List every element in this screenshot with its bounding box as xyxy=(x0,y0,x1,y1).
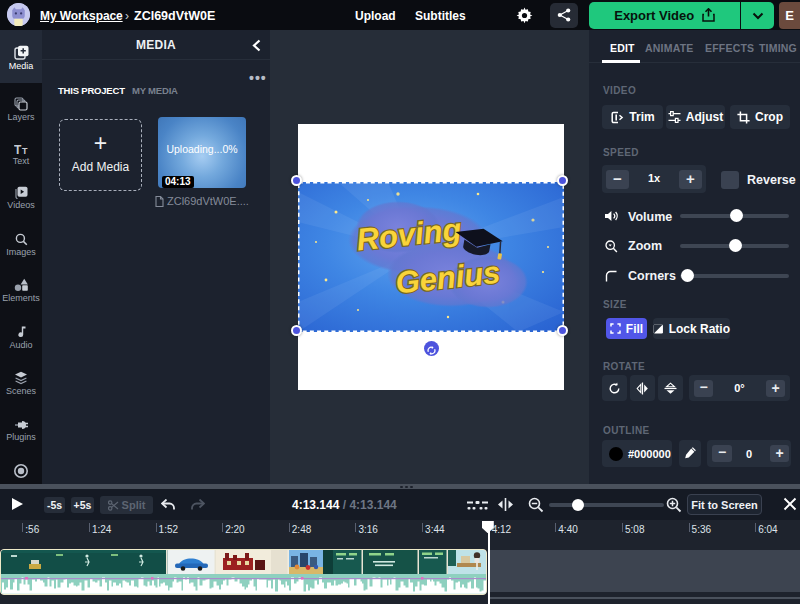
svg-text:T: T xyxy=(22,146,28,156)
svg-text:T: T xyxy=(14,143,22,155)
